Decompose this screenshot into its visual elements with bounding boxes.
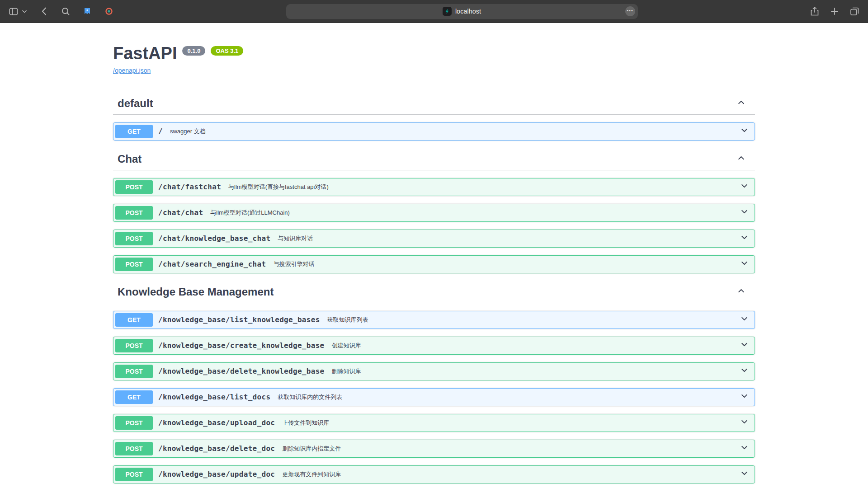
chevron-down-icon [22, 10, 27, 13]
swagger-page: FastAPI 0.1.0 OAS 3.1 /openapi.json defa… [0, 23, 868, 488]
operation-row[interactable]: GET /knowledge_base/list_knowledge_bases… [113, 311, 755, 329]
http-method-badge: POST [115, 180, 153, 194]
tag-header[interactable]: Knowledge Base Management [113, 281, 755, 303]
operation-description: 删除知识库内指定文件 [279, 445, 740, 453]
search-button[interactable] [60, 6, 71, 17]
operation-description: 与搜索引擎对话 [270, 260, 740, 268]
operation-row[interactable]: GET / swagger 文档 [113, 122, 755, 141]
favicon-fastapi [443, 7, 452, 16]
tab-overview-button[interactable] [849, 6, 860, 17]
collapse-chevron-icon[interactable] [736, 286, 746, 298]
url-text: localhost [455, 8, 481, 15]
operation-path: /knowledge_base/update_doc [153, 470, 279, 479]
operation-description: 获取知识库内的文件列表 [275, 393, 740, 401]
extension-icon-record [105, 7, 113, 15]
operation-description: 获取知识库列表 [325, 316, 740, 324]
http-method-badge: POST [115, 206, 153, 220]
operation-description: 与llm模型对话(直接与fastchat api对话) [226, 183, 740, 191]
expand-chevron-icon[interactable] [740, 181, 749, 192]
expand-chevron-icon[interactable] [740, 469, 749, 480]
expand-chevron-icon[interactable] [740, 233, 749, 244]
page-title: FastAPI [113, 44, 177, 64]
operation-path: /knowledge_base/list_knowledge_bases [153, 315, 325, 324]
operation-description: 删除知识库 [329, 367, 740, 375]
expand-chevron-icon[interactable] [740, 126, 749, 137]
operation-row[interactable]: POST /chat/knowledge_base_chat 与知识库对话 [113, 230, 755, 248]
sidebar-toggle-button[interactable] [8, 6, 19, 17]
collapse-chevron-icon[interactable] [736, 98, 746, 109]
expand-chevron-icon[interactable] [740, 443, 749, 454]
operations-list: GET /knowledge_base/list_knowledge_bases… [113, 311, 755, 488]
oas-badge: OAS 3.1 [211, 46, 243, 56]
page-settings-button[interactable]: ••• [625, 6, 635, 16]
http-method-badge: GET [115, 125, 153, 138]
new-tab-icon [831, 8, 838, 15]
api-sections: default GET / swagger 文档 Chat POST /ch [113, 93, 755, 488]
operation-row[interactable]: POST /chat/chat 与llm模型对话(通过LLMChain) [113, 204, 755, 222]
http-method-badge: POST [115, 416, 153, 430]
operation-path: /chat/fastchat [153, 183, 226, 191]
extension-button-record[interactable] [104, 6, 114, 17]
operation-path: /chat/knowledge_base_chat [153, 234, 275, 243]
api-tag-section: Chat POST /chat/fastchat 与llm模型对话(直接与fas… [113, 148, 755, 273]
expand-chevron-icon[interactable] [740, 340, 749, 351]
operation-description: 创建知识库 [329, 342, 740, 350]
openapi-spec-link[interactable]: /openapi.json [113, 67, 151, 74]
sidebar-menu-button[interactable] [21, 6, 28, 17]
http-method-badge: POST [115, 258, 153, 271]
page-settings-icon: ••• [627, 8, 633, 13]
operation-description: 与知识库对话 [275, 235, 740, 243]
operations-list: POST /chat/fastchat 与llm模型对话(直接与fastchat… [113, 178, 755, 273]
share-icon [811, 7, 819, 16]
operation-path: /knowledge_base/delete_knowledge_base [153, 367, 329, 375]
operation-description: 与llm模型对话(通过LLMChain) [208, 209, 740, 217]
api-info: FastAPI 0.1.0 OAS 3.1 /openapi.json [113, 44, 755, 75]
operation-row[interactable]: POST /knowledge_base/delete_doc 删除知识库内指定… [113, 440, 755, 458]
operation-row[interactable]: POST /chat/fastchat 与llm模型对话(直接与fastchat… [113, 178, 755, 196]
sidebar-icon [9, 8, 18, 15]
tag-header[interactable]: default [113, 93, 755, 115]
address-bar[interactable]: localhost ••• [286, 4, 638, 19]
back-button[interactable] [38, 6, 49, 17]
operation-row[interactable]: POST /knowledge_base/delete_knowledge_ba… [113, 362, 755, 380]
http-method-badge: GET [115, 390, 153, 404]
operation-path: /chat/chat [153, 208, 208, 217]
expand-chevron-icon[interactable] [740, 366, 749, 377]
operation-row[interactable]: POST /knowledge_base/create_knowledge_ba… [113, 337, 755, 355]
http-method-badge: POST [115, 232, 153, 245]
operation-path: / [153, 127, 167, 136]
browser-toolbar: localhost ••• [0, 0, 868, 23]
tag-title: default [118, 97, 153, 110]
http-method-badge: POST [115, 365, 153, 378]
expand-chevron-icon[interactable] [740, 314, 749, 325]
tag-header[interactable]: Chat [113, 148, 755, 170]
expand-chevron-icon[interactable] [740, 391, 749, 403]
api-tag-section: default GET / swagger 文档 [113, 93, 755, 141]
api-tag-section: Knowledge Base Management GET /knowledge… [113, 281, 755, 488]
operation-row[interactable]: POST /knowledge_base/upload_doc 上传文件到知识库 [113, 414, 755, 432]
operation-row[interactable]: POST /knowledge_base/update_doc 更新现有文件到知… [113, 465, 755, 483]
http-method-badge: POST [115, 339, 153, 352]
collapse-chevron-icon[interactable] [736, 153, 746, 165]
operations-list: GET / swagger 文档 [113, 122, 755, 141]
expand-chevron-icon[interactable] [740, 258, 749, 270]
operation-row[interactable]: GET /knowledge_base/list_docs 获取知识库内的文件列… [113, 388, 755, 406]
tag-title: Knowledge Base Management [118, 286, 274, 298]
expand-chevron-icon[interactable] [740, 417, 749, 428]
expand-chevron-icon[interactable] [740, 207, 749, 218]
operation-path: /chat/search_engine_chat [153, 260, 270, 268]
extension-button-blue[interactable] [82, 6, 93, 17]
operation-row[interactable]: POST /chat/search_engine_chat 与搜索引擎对话 [113, 255, 755, 273]
http-method-badge: POST [115, 442, 153, 455]
back-icon [42, 7, 47, 15]
extension-icon-blue [83, 7, 91, 15]
share-button[interactable] [809, 6, 820, 17]
http-method-badge: POST [115, 468, 153, 481]
operation-path: /knowledge_base/create_knowledge_base [153, 341, 329, 350]
http-method-badge: GET [115, 313, 153, 327]
new-tab-button[interactable] [829, 6, 840, 17]
tab-overview-icon [850, 7, 859, 15]
search-icon [61, 7, 70, 15]
tag-title: Chat [118, 153, 142, 165]
operation-description: 上传文件到知识库 [279, 419, 740, 427]
